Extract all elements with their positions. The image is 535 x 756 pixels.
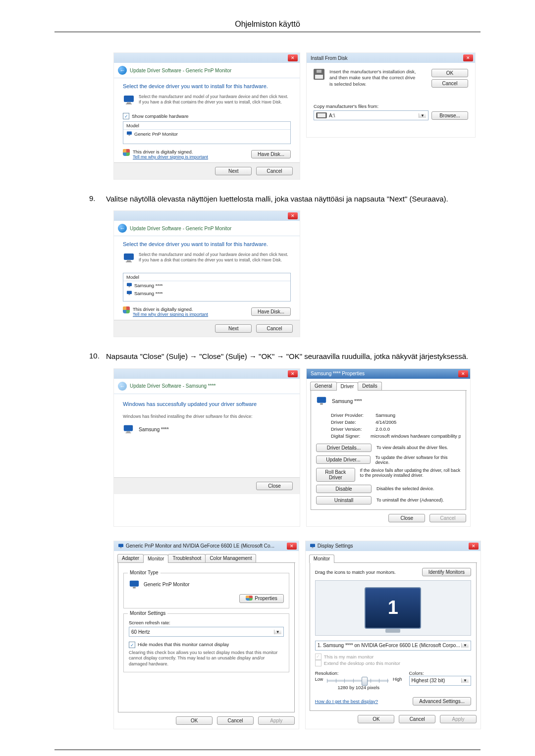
properties-button[interactable]: Properties — [239, 594, 284, 604]
tab-troubleshoot[interactable]: Troubleshoot — [168, 554, 206, 562]
chevron-down-icon[interactable]: ▼ — [274, 630, 281, 634]
have-disk-button[interactable]: Have Disk... — [251, 307, 291, 316]
display-settings-dialog: Display Settings ✕ Monitor Drag the icon… — [306, 541, 481, 729]
floppy-icon — [316, 112, 327, 118]
resolution-value: 1280 by 1024 pixels — [315, 685, 402, 690]
uninstall-button[interactable]: Uninstall — [316, 496, 372, 504]
tab-adapter[interactable]: Adapter — [117, 554, 144, 562]
provider-value: Samsung — [375, 412, 395, 418]
tab-color-management[interactable]: Color Management — [205, 554, 256, 562]
close-button[interactable]: Close — [256, 482, 293, 490]
svg-rect-16 — [320, 403, 323, 404]
step-number: 10. — [89, 352, 106, 360]
cancel-button[interactable]: Cancel — [256, 167, 293, 175]
signer-value: microsoft windows hardware compatibility… — [371, 433, 461, 439]
refresh-rate-select[interactable]: 60 Hertz ▼ — [129, 627, 284, 637]
step-number: 9. — [89, 194, 106, 202]
ok-button[interactable]: OK — [431, 69, 468, 77]
driver-signed-link[interactable]: Tell me why driver signing is important — [133, 312, 208, 317]
hardware-icon — [123, 94, 135, 106]
model-list[interactable]: Model Generic PnP Monitor — [123, 121, 291, 144]
compat-checkbox[interactable]: ✓ — [123, 113, 129, 119]
cancel-button[interactable]: Cancel — [256, 324, 293, 333]
wizard-heading: Select the device driver you want to ins… — [123, 83, 291, 89]
date-label: Driver Date: — [331, 419, 375, 425]
tab-details[interactable]: Details — [358, 382, 382, 390]
close-icon[interactable]: ✕ — [288, 54, 298, 61]
driver-details-desc: To view details about the driver files. — [376, 445, 448, 450]
back-icon[interactable]: ← — [118, 66, 127, 75]
tab-monitor[interactable]: Monitor — [309, 554, 334, 563]
tab-driver[interactable]: Driver — [336, 382, 359, 391]
svg-rect-17 — [118, 544, 123, 547]
monitor-arrangement-area[interactable]: 1 — [315, 580, 471, 636]
shield-icon — [123, 149, 130, 156]
close-icon[interactable]: ✕ — [288, 212, 298, 219]
disable-button[interactable]: Disable — [316, 485, 372, 493]
path-combobox[interactable]: A:\ ▼ — [314, 110, 428, 120]
colors-select[interactable]: Highest (32 bit) ▼ — [409, 676, 472, 686]
help-link[interactable]: How do I get the best display? — [315, 699, 378, 704]
chevron-down-icon[interactable]: ▼ — [461, 643, 469, 648]
tab-general[interactable]: General — [310, 382, 337, 390]
cancel-button[interactable]: Cancel — [431, 79, 468, 88]
close-icon[interactable]: ✕ — [463, 54, 473, 61]
advanced-settings-button[interactable]: Advanced Settings... — [413, 697, 471, 706]
cancel-button[interactable]: Cancel — [399, 715, 435, 723]
extend-desktop-checkbox — [315, 660, 321, 666]
browse-button[interactable]: Browse... — [431, 111, 468, 120]
tab-monitor[interactable]: Monitor — [143, 554, 168, 563]
disable-desc: Disables the selected device. — [376, 486, 434, 491]
breadcrumb: Update Driver Software - Generic PnP Mon… — [130, 68, 231, 73]
device-name: Samsung **** — [332, 399, 362, 404]
close-icon[interactable]: ✕ — [288, 370, 298, 377]
ok-button[interactable]: OK — [358, 715, 394, 723]
apply-button: Apply — [440, 715, 477, 723]
cancel-button[interactable]: Cancel — [217, 716, 254, 725]
model-item[interactable]: Samsung **** — [123, 281, 290, 289]
svg-rect-6 — [127, 260, 131, 261]
driver-details-button[interactable]: Driver Details... — [316, 444, 372, 452]
page-title: Ohjelmiston käyttö — [54, 20, 481, 32]
next-button[interactable]: Next — [215, 167, 252, 175]
resolution-slider[interactable] — [327, 680, 389, 682]
svg-rect-0 — [124, 96, 134, 102]
update-driver-button[interactable]: Update Driver... — [316, 455, 371, 464]
monitor-preview-1[interactable]: 1 — [365, 587, 421, 629]
hide-modes-checkbox[interactable]: ✓ — [129, 642, 135, 648]
refresh-value: 60 Hertz — [131, 629, 150, 635]
monitor-select[interactable]: 1. Samsung **** on NVIDIA GeForce 6600 L… — [315, 641, 471, 651]
rollback-driver-button[interactable]: Roll Back Driver — [316, 468, 355, 482]
next-button[interactable]: Next — [215, 324, 252, 333]
driver-signed-link[interactable]: Tell me why driver signing is important — [133, 154, 208, 159]
svg-rect-4 — [129, 135, 130, 136]
dialog-title: Samsung **** Properties — [311, 371, 365, 376]
model-item-label: Samsung **** — [134, 283, 163, 288]
window-titlebar: ✕ — [114, 53, 300, 63]
monitor-settings-legend: Monitor Settings — [128, 610, 167, 616]
update-driver-wizard-1: ✕ ← Update Driver Software - Generic PnP… — [114, 53, 300, 179]
back-icon[interactable]: ← — [118, 224, 127, 233]
chevron-down-icon[interactable]: ▼ — [461, 678, 469, 683]
chevron-down-icon[interactable]: ▼ — [419, 113, 426, 118]
shield-icon — [246, 596, 253, 601]
model-item[interactable]: Samsung **** — [123, 289, 290, 297]
close-button[interactable]: Close — [388, 514, 425, 522]
close-icon[interactable]: ✕ — [287, 543, 297, 550]
identify-monitors-button[interactable]: Identify Monitors — [422, 568, 471, 576]
model-header: Model — [123, 122, 290, 130]
svg-rect-14 — [126, 432, 131, 433]
have-disk-button[interactable]: Have Disk... — [251, 150, 291, 158]
model-list[interactable]: Model Samsung **** Samsung **** — [123, 273, 291, 302]
monitor-icon — [123, 424, 135, 436]
model-header: Model — [123, 273, 290, 281]
model-item[interactable]: Generic PnP Monitor — [123, 130, 290, 138]
svg-rect-2 — [126, 103, 132, 104]
ok-button[interactable]: OK — [176, 716, 213, 725]
close-icon[interactable]: ✕ — [458, 370, 468, 377]
svg-rect-21 — [310, 544, 315, 547]
rollback-driver-desc: If the device fails after updating the d… — [360, 468, 461, 479]
breadcrumb: Update Driver Software - Generic PnP Mon… — [130, 226, 231, 231]
slider-thumb[interactable] — [362, 677, 368, 686]
close-icon[interactable]: ✕ — [469, 543, 479, 550]
